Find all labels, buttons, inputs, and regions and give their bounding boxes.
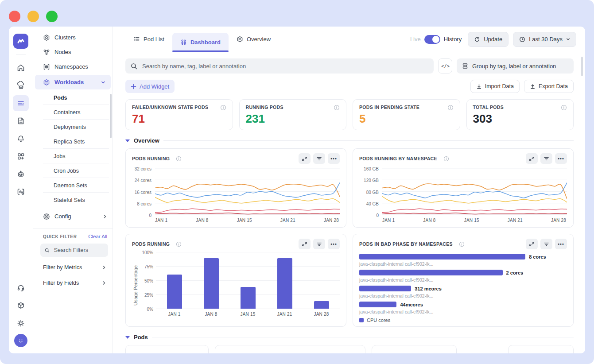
group-by-field[interactable]: Group by tag, label or annotation xyxy=(457,58,574,74)
info-icon[interactable] xyxy=(459,241,465,247)
filter-by-metrics[interactable]: Filter by Metrics xyxy=(33,259,113,275)
search-input[interactable] xyxy=(141,62,428,70)
assistant-robot-icon[interactable] xyxy=(13,166,29,182)
filter-chart-button[interactable] xyxy=(540,239,552,249)
collapse-pods-icon[interactable] xyxy=(125,336,130,339)
stat-value: 71 xyxy=(132,113,226,124)
export-data-button[interactable]: Export Data xyxy=(524,80,574,93)
expand-chart-button[interactable] xyxy=(299,153,311,164)
chart-more-button[interactable]: ••• xyxy=(328,239,340,249)
stat-value: 303 xyxy=(473,113,567,124)
hbar-namespace: java-claspath-internal call-cf902-lk... xyxy=(359,261,567,267)
home-icon[interactable] xyxy=(13,60,29,76)
refresh-icon xyxy=(474,36,480,43)
sidebar-item-replica-sets[interactable]: Replica Sets xyxy=(33,134,113,149)
sidebar-item-daemon-sets[interactable]: Daemon Sets xyxy=(33,178,113,193)
profiling-icon[interactable] xyxy=(13,184,29,200)
import-data-button[interactable]: Import Data xyxy=(470,80,520,93)
filter-chart-button[interactable] xyxy=(313,239,325,249)
sidebar-item-workloads[interactable]: Workloads xyxy=(35,75,111,89)
sidebar-item-clusters[interactable]: Clusters xyxy=(33,30,113,45)
tab-overview[interactable]: Overview xyxy=(229,30,279,49)
content-scrollbar[interactable] xyxy=(581,57,583,76)
filter-icon xyxy=(316,241,322,247)
support-headset-icon[interactable] xyxy=(13,280,29,296)
hbar-value: 2 cores xyxy=(506,270,524,275)
expand-chart-button[interactable] xyxy=(526,153,538,164)
chart-more-button[interactable]: ••• xyxy=(328,153,340,164)
chart-more-button[interactable]: ••• xyxy=(555,153,567,164)
search-filters-input[interactable] xyxy=(53,247,104,254)
tab-label: Overview xyxy=(247,36,271,43)
info-icon[interactable] xyxy=(176,156,182,162)
live-history-toggle[interactable] xyxy=(424,35,440,44)
clear-all-button[interactable]: Clear All xyxy=(88,234,107,239)
filter-chart-button[interactable] xyxy=(313,153,325,164)
sidebar-item-label: Config xyxy=(54,213,71,220)
legend-swatch xyxy=(359,318,364,322)
add-widget-button[interactable]: Add Widget xyxy=(125,80,175,93)
info-icon[interactable] xyxy=(220,105,226,111)
workloads-list-icon[interactable] xyxy=(13,95,29,111)
info-icon[interactable] xyxy=(176,241,182,247)
cloud-resources-icon[interactable] xyxy=(13,77,29,93)
update-button[interactable]: Update xyxy=(468,32,509,47)
pods-card-stub xyxy=(215,345,365,353)
info-icon[interactable] xyxy=(447,105,454,111)
sidebar-scrollbar[interactable] xyxy=(110,94,112,138)
filter-by-fields[interactable]: Filter by Fields xyxy=(33,275,113,290)
quick-filter-search[interactable] xyxy=(40,244,108,257)
info-icon[interactable] xyxy=(334,105,340,111)
sidebar-item-stateful-sets[interactable]: Stateful Sets xyxy=(33,193,113,207)
integrations-box-icon[interactable] xyxy=(13,298,29,314)
import-label: Import Data xyxy=(485,83,514,89)
brand-logo[interactable] xyxy=(13,34,28,49)
alerts-bell-icon[interactable] xyxy=(13,131,29,147)
section-title-overview: Overview xyxy=(134,137,159,144)
history-label: History xyxy=(444,36,462,43)
dashboard-grid-icon xyxy=(180,39,187,46)
tab-dashboard[interactable]: Dashboard xyxy=(172,33,229,52)
add-widgets-icon[interactable] xyxy=(13,148,29,164)
info-icon[interactable] xyxy=(561,105,567,111)
search-field[interactable] xyxy=(125,58,434,74)
hbar-bar xyxy=(359,286,411,291)
chevron-down-icon xyxy=(101,80,105,85)
sidebar-item-nodes[interactable]: Nodes xyxy=(33,45,113,59)
tab-pod-list[interactable]: Pod List xyxy=(125,30,172,49)
plus-icon xyxy=(131,84,136,89)
sidebar-item-pods[interactable]: Pods xyxy=(33,90,113,105)
maximize-window-button[interactable] xyxy=(46,11,58,22)
info-icon[interactable] xyxy=(443,156,449,162)
stat-pending-pods: PODS IN PENDING STATE 5 xyxy=(353,99,460,130)
stat-value: 231 xyxy=(246,113,340,124)
filter-label: Filter by Fields xyxy=(43,280,79,286)
live-label: Live xyxy=(410,36,421,43)
close-window-button[interactable] xyxy=(9,11,20,22)
expand-icon xyxy=(529,156,535,162)
hbar-bar xyxy=(359,254,525,259)
sidebar-item-deployments[interactable]: Deployments xyxy=(33,120,113,134)
chart-more-button[interactable]: ••• xyxy=(555,239,567,249)
collapse-overview-icon[interactable] xyxy=(125,139,130,142)
expand-chart-button[interactable] xyxy=(526,239,538,249)
query-syntax-button[interactable]: </> xyxy=(438,58,452,74)
expand-chart-button[interactable] xyxy=(299,239,311,249)
sidebar-item-jobs[interactable]: Jobs xyxy=(33,149,113,163)
sidebar-item-cron-jobs[interactable]: Cron Jobs xyxy=(33,163,113,178)
sidebar-item-containers[interactable]: Containers xyxy=(33,105,113,120)
minimize-window-button[interactable] xyxy=(27,11,39,22)
sidebar-item-config[interactable]: Config xyxy=(33,209,113,224)
sidebar-subitem-label: Containers xyxy=(54,109,80,116)
pods-card-stub xyxy=(508,345,574,353)
update-label: Update xyxy=(484,36,502,43)
settings-gear-icon[interactable] xyxy=(13,315,29,331)
user-avatar[interactable] xyxy=(14,334,27,347)
chart-title: PODS IN BAD PHASE BY NAMESPACES xyxy=(359,241,453,247)
documents-icon[interactable] xyxy=(13,113,29,129)
time-range-dropdown[interactable]: Last 30 Days xyxy=(513,32,576,47)
chart-bad-phase-hbar: PODS IN BAD PHASE BY NAMESPACES ••• 8 co… xyxy=(353,234,574,327)
stat-label: FAILED/UNKNOWN STATE PODS xyxy=(132,105,208,110)
sidebar-item-namespaces[interactable]: Namespaces xyxy=(33,59,113,74)
filter-chart-button[interactable] xyxy=(540,153,552,164)
